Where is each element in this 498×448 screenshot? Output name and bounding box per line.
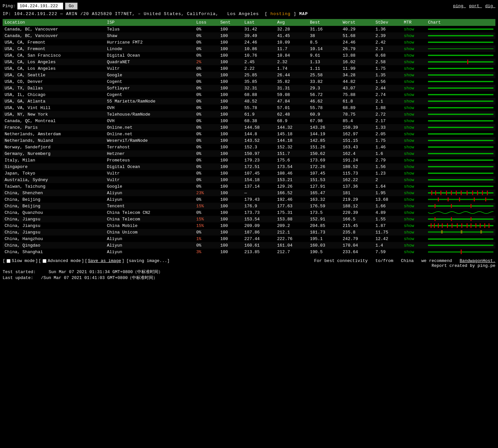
cell-isp: Online.net — [105, 124, 194, 131]
cell-isp: Aliyun — [105, 249, 194, 255]
col-loss: Loss — [194, 19, 219, 26]
cell-worst: 215.45 — [341, 222, 373, 229]
cell-mtr[interactable]: show — [402, 72, 426, 78]
cell-location: China, Shenzhen — [3, 190, 105, 196]
cell-mtr[interactable]: show — [402, 229, 426, 235]
cell-last: 68.38 — [242, 118, 275, 124]
cell-loss: 0% — [194, 26, 219, 32]
cell-worst: 85.4 — [341, 118, 373, 124]
cell-mtr[interactable]: show — [402, 163, 426, 170]
cell-mtr[interactable]: show — [402, 32, 426, 39]
cell-chart — [426, 170, 495, 177]
cell-isp: Prometeus — [105, 157, 194, 163]
cell-mtr[interactable]: show — [402, 78, 426, 85]
svg-rect-14 — [428, 114, 493, 115]
save-as-link[interactable]: Save as image — [88, 258, 121, 263]
cell-isp: China Telecom CN2 — [105, 209, 194, 216]
cell-mtr[interactable]: show — [402, 183, 426, 190]
cell-chart — [426, 118, 495, 124]
cell-mtr[interactable]: show — [402, 144, 426, 150]
cell-mtr[interactable]: show — [402, 131, 426, 137]
svg-rect-37 — [482, 191, 483, 195]
cell-mtr[interactable]: show — [402, 249, 426, 255]
started-label: Test started: — [3, 270, 36, 274]
cell-mtr[interactable]: show — [402, 26, 426, 32]
cell-sent: 100 — [218, 203, 242, 209]
cell-mtr[interactable]: show — [402, 196, 426, 203]
ping-input[interactable] — [17, 3, 63, 9]
cell-location: USA, GA, Atlanta — [3, 98, 105, 104]
cell-mtr[interactable]: show — [402, 59, 426, 65]
cell-mtr[interactable]: show — [402, 124, 426, 131]
svg-rect-70 — [461, 230, 462, 233]
cell-avg: 68.9 — [275, 118, 308, 124]
cell-mtr[interactable]: show — [402, 91, 426, 98]
cell-worst: 68.89 — [341, 104, 373, 111]
cell-worst: 13.88 — [341, 52, 373, 59]
cell-mtr[interactable]: show — [402, 235, 426, 242]
updated-label: Last update: — [3, 275, 33, 280]
slow-mode-checkbox[interactable] — [7, 259, 10, 263]
col-sent: Sent — [218, 19, 242, 26]
cell-mtr[interactable]: show — [402, 203, 426, 209]
cell-mtr[interactable]: show — [402, 39, 426, 46]
cell-mtr[interactable]: show — [402, 65, 426, 72]
cell-sent: 100 — [218, 72, 242, 78]
cell-last: 160.61 — [242, 242, 275, 249]
advanced-mode-checkbox[interactable] — [43, 259, 46, 263]
cell-avg: 35.82 — [275, 78, 308, 85]
cell-mtr[interactable]: show — [402, 52, 426, 59]
table-row: China, Jiangsu China Telecom 15% 100 153… — [3, 216, 495, 222]
cell-worst: 11.99 — [341, 65, 373, 72]
cell-avg: 1.74 — [275, 65, 308, 72]
cell-mtr[interactable]: show — [402, 157, 426, 163]
cell-isp: China Unicom — [105, 229, 194, 235]
cell-best: 67.98 — [308, 118, 341, 124]
nav-dig[interactable]: dig_ — [485, 4, 495, 9]
cell-worst: 16.02 — [341, 59, 373, 65]
bandwagon-link[interactable]: BandwagonHost. — [460, 258, 495, 263]
cell-location: USA, CA, Fremont — [3, 39, 105, 46]
cell-worst: 137.36 — [341, 183, 373, 190]
cell-mtr[interactable]: show — [402, 222, 426, 229]
cell-sent: 100 — [218, 124, 242, 131]
cell-mtr[interactable]: show — [402, 46, 426, 52]
cell-mtr[interactable]: show — [402, 98, 426, 104]
cell-isp: Cogent — [105, 78, 194, 85]
nav-ping[interactable]: ping_ — [453, 4, 466, 9]
cell-stdev: 2 — [373, 177, 402, 183]
cell-isp: Digital Ocean — [105, 52, 194, 59]
cell-mtr[interactable]: show — [402, 216, 426, 222]
footer-section: [ Slow mode ] [ Advanced mode ] [ Save a… — [3, 258, 495, 268]
cell-stdev: 2.3 — [373, 46, 402, 52]
cell-mtr[interactable]: show — [402, 209, 426, 216]
cell-mtr[interactable]: show — [402, 150, 426, 157]
cell-worst: 115.73 — [341, 170, 373, 177]
map-link[interactable]: MAP — [299, 11, 308, 16]
nav-port[interactable]: port_ — [469, 4, 482, 9]
table-row: Netherlands, Amsterdam Online.net 0% 100… — [3, 131, 495, 137]
cell-mtr[interactable]: show — [402, 242, 426, 249]
cell-chart — [426, 52, 495, 59]
table-row: China, Beijing Tencent 15% 100 176.9 177… — [3, 203, 495, 209]
cell-last: 55.78 — [242, 104, 275, 111]
cell-location: USA, CA, Los Angeles — [3, 65, 105, 72]
svg-rect-25 — [428, 186, 493, 187]
svg-rect-55 — [434, 223, 435, 228]
table-row: USA, CA, Los Angeles QuadraNET 2% 100 2.… — [3, 59, 495, 65]
cell-mtr[interactable]: show — [402, 85, 426, 91]
cell-avg: 10.09 — [275, 39, 308, 46]
cell-best: 173.5 — [308, 209, 341, 216]
cell-mtr[interactable]: show — [402, 111, 426, 118]
cell-mtr[interactable]: show — [402, 177, 426, 183]
cell-mtr[interactable]: show — [402, 137, 426, 144]
cell-mtr[interactable]: show — [402, 118, 426, 124]
cell-avg: 145.18 — [275, 131, 308, 137]
go-button[interactable]: Go — [65, 3, 78, 9]
cell-mtr[interactable]: show — [402, 170, 426, 177]
cell-sent: 100 — [218, 150, 242, 157]
cell-mtr[interactable]: show — [402, 190, 426, 196]
hosting-link[interactable]: hosting — [271, 11, 291, 16]
svg-rect-36 — [477, 191, 478, 195]
cell-mtr[interactable]: show — [402, 104, 426, 111]
